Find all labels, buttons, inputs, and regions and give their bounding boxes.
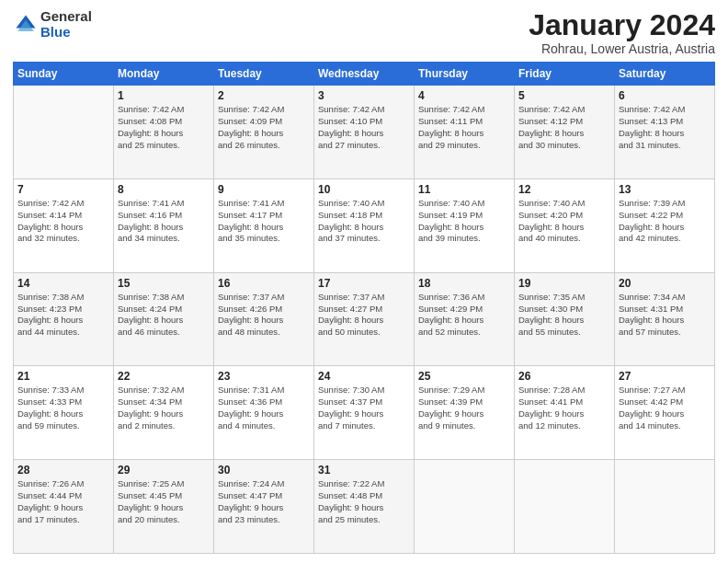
logo-blue: Blue: [40, 25, 92, 40]
week-row-2: 14Sunrise: 7:38 AM Sunset: 4:23 PM Dayli…: [14, 272, 715, 366]
month-title: January 2024: [529, 9, 715, 41]
day-info: Sunrise: 7:31 AM Sunset: 4:36 PM Dayligh…: [218, 385, 310, 431]
day-number: 21: [17, 370, 109, 383]
weekday-sunday: Sunday: [14, 63, 114, 86]
calendar-cell: 21Sunrise: 7:33 AM Sunset: 4:33 PM Dayli…: [14, 366, 114, 460]
day-number: 30: [218, 464, 310, 477]
day-info: Sunrise: 7:38 AM Sunset: 4:23 PM Dayligh…: [17, 292, 109, 339]
calendar-cell: [415, 460, 515, 554]
day-number: 13: [619, 183, 711, 196]
day-info: Sunrise: 7:37 AM Sunset: 4:26 PM Dayligh…: [218, 292, 310, 339]
day-info: Sunrise: 7:40 AM Sunset: 4:19 PM Dayligh…: [418, 198, 510, 245]
weekday-header-row: SundayMondayTuesdayWednesdayThursdayFrid…: [14, 63, 715, 86]
day-info: Sunrise: 7:42 AM Sunset: 4:10 PM Dayligh…: [318, 104, 410, 151]
day-info: Sunrise: 7:35 AM Sunset: 4:30 PM Dayligh…: [518, 292, 610, 339]
day-info: Sunrise: 7:25 AM Sunset: 4:45 PM Dayligh…: [118, 478, 210, 525]
day-number: 15: [118, 277, 210, 290]
day-info: Sunrise: 7:24 AM Sunset: 4:47 PM Dayligh…: [218, 478, 310, 525]
day-info: Sunrise: 7:32 AM Sunset: 4:34 PM Dayligh…: [118, 385, 210, 431]
day-number: 7: [17, 183, 109, 196]
day-number: 4: [418, 89, 510, 102]
day-info: Sunrise: 7:40 AM Sunset: 4:20 PM Dayligh…: [518, 198, 610, 245]
day-number: 6: [619, 89, 711, 102]
calendar-cell: 22Sunrise: 7:32 AM Sunset: 4:34 PM Dayli…: [114, 366, 214, 460]
calendar-cell: 29Sunrise: 7:25 AM Sunset: 4:45 PM Dayli…: [114, 460, 214, 554]
day-info: Sunrise: 7:42 AM Sunset: 4:13 PM Dayligh…: [619, 104, 711, 151]
logo-text: General Blue: [40, 9, 92, 40]
day-info: Sunrise: 7:36 AM Sunset: 4:29 PM Dayligh…: [418, 292, 510, 339]
day-number: 10: [318, 183, 410, 196]
calendar-cell: 6Sunrise: 7:42 AM Sunset: 4:13 PM Daylig…: [615, 86, 715, 179]
calendar-cell: 23Sunrise: 7:31 AM Sunset: 4:36 PM Dayli…: [214, 366, 314, 460]
calendar-header: SundayMondayTuesdayWednesdayThursdayFrid…: [14, 63, 715, 86]
weekday-wednesday: Wednesday: [314, 63, 415, 86]
day-info: Sunrise: 7:42 AM Sunset: 4:11 PM Dayligh…: [418, 104, 510, 151]
calendar-cell: 11Sunrise: 7:40 AM Sunset: 4:19 PM Dayli…: [415, 178, 515, 272]
day-info: Sunrise: 7:37 AM Sunset: 4:27 PM Dayligh…: [318, 292, 410, 339]
day-number: 29: [118, 464, 210, 477]
calendar-cell: 25Sunrise: 7:29 AM Sunset: 4:39 PM Dayli…: [415, 366, 515, 460]
day-info: Sunrise: 7:27 AM Sunset: 4:42 PM Dayligh…: [619, 385, 711, 431]
page: General Blue January 2024 Rohrau, Lower …: [0, 0, 728, 563]
calendar-cell: 15Sunrise: 7:38 AM Sunset: 4:24 PM Dayli…: [114, 272, 214, 366]
day-number: 23: [218, 370, 310, 383]
week-row-1: 7Sunrise: 7:42 AM Sunset: 4:14 PM Daylig…: [14, 178, 715, 272]
logo: General Blue: [13, 9, 92, 40]
day-number: 1: [118, 89, 210, 102]
calendar-cell: 18Sunrise: 7:36 AM Sunset: 4:29 PM Dayli…: [415, 272, 515, 366]
day-number: 27: [619, 370, 711, 383]
day-number: 11: [418, 183, 510, 196]
calendar-cell: 30Sunrise: 7:24 AM Sunset: 4:47 PM Dayli…: [214, 460, 314, 554]
day-info: Sunrise: 7:42 AM Sunset: 4:08 PM Dayligh…: [118, 104, 210, 151]
calendar-cell: 7Sunrise: 7:42 AM Sunset: 4:14 PM Daylig…: [14, 178, 114, 272]
day-number: 19: [518, 277, 610, 290]
calendar-cell: 17Sunrise: 7:37 AM Sunset: 4:27 PM Dayli…: [314, 272, 415, 366]
day-info: Sunrise: 7:28 AM Sunset: 4:41 PM Dayligh…: [518, 385, 610, 431]
day-info: Sunrise: 7:26 AM Sunset: 4:44 PM Dayligh…: [17, 478, 109, 525]
day-number: 25: [418, 370, 510, 383]
calendar-cell: 9Sunrise: 7:41 AM Sunset: 4:17 PM Daylig…: [214, 178, 314, 272]
week-row-4: 28Sunrise: 7:26 AM Sunset: 4:44 PM Dayli…: [14, 460, 715, 554]
calendar-cell: 31Sunrise: 7:22 AM Sunset: 4:48 PM Dayli…: [314, 460, 415, 554]
week-row-3: 21Sunrise: 7:33 AM Sunset: 4:33 PM Dayli…: [14, 366, 715, 460]
calendar-cell: 1Sunrise: 7:42 AM Sunset: 4:08 PM Daylig…: [114, 86, 214, 179]
day-info: Sunrise: 7:41 AM Sunset: 4:16 PM Dayligh…: [118, 198, 210, 245]
weekday-monday: Monday: [114, 63, 214, 86]
day-info: Sunrise: 7:38 AM Sunset: 4:24 PM Dayligh…: [118, 292, 210, 339]
day-number: 5: [518, 89, 610, 102]
calendar-cell: 8Sunrise: 7:41 AM Sunset: 4:16 PM Daylig…: [114, 178, 214, 272]
day-info: Sunrise: 7:42 AM Sunset: 4:12 PM Dayligh…: [518, 104, 610, 151]
calendar-cell: 27Sunrise: 7:27 AM Sunset: 4:42 PM Dayli…: [615, 366, 715, 460]
day-info: Sunrise: 7:22 AM Sunset: 4:48 PM Dayligh…: [318, 478, 410, 525]
calendar-cell: [14, 86, 114, 179]
logo-icon: [13, 12, 39, 38]
day-number: 16: [218, 277, 310, 290]
day-number: 18: [418, 277, 510, 290]
header: General Blue January 2024 Rohrau, Lower …: [13, 9, 715, 56]
day-info: Sunrise: 7:33 AM Sunset: 4:33 PM Dayligh…: [17, 385, 109, 431]
day-info: Sunrise: 7:29 AM Sunset: 4:39 PM Dayligh…: [418, 385, 510, 431]
calendar-body: 1Sunrise: 7:42 AM Sunset: 4:08 PM Daylig…: [14, 86, 715, 554]
calendar-cell: 2Sunrise: 7:42 AM Sunset: 4:09 PM Daylig…: [214, 86, 314, 179]
calendar-cell: 13Sunrise: 7:39 AM Sunset: 4:22 PM Dayli…: [615, 178, 715, 272]
day-info: Sunrise: 7:30 AM Sunset: 4:37 PM Dayligh…: [318, 385, 410, 431]
calendar-cell: 10Sunrise: 7:40 AM Sunset: 4:18 PM Dayli…: [314, 178, 415, 272]
calendar-cell: 26Sunrise: 7:28 AM Sunset: 4:41 PM Dayli…: [515, 366, 615, 460]
week-row-0: 1Sunrise: 7:42 AM Sunset: 4:08 PM Daylig…: [14, 86, 715, 179]
day-info: Sunrise: 7:34 AM Sunset: 4:31 PM Dayligh…: [619, 292, 711, 339]
day-number: 20: [619, 277, 711, 290]
calendar-cell: 4Sunrise: 7:42 AM Sunset: 4:11 PM Daylig…: [415, 86, 515, 179]
calendar-cell: [515, 460, 615, 554]
calendar-cell: 16Sunrise: 7:37 AM Sunset: 4:26 PM Dayli…: [214, 272, 314, 366]
day-number: 31: [318, 464, 410, 477]
calendar-cell: [615, 460, 715, 554]
day-info: Sunrise: 7:40 AM Sunset: 4:18 PM Dayligh…: [318, 198, 410, 245]
weekday-friday: Friday: [515, 63, 615, 86]
weekday-saturday: Saturday: [615, 63, 715, 86]
day-number: 17: [318, 277, 410, 290]
calendar-table: SundayMondayTuesdayWednesdayThursdayFrid…: [13, 62, 715, 554]
day-number: 24: [318, 370, 410, 383]
weekday-tuesday: Tuesday: [214, 63, 314, 86]
logo-general: General: [40, 9, 92, 25]
day-info: Sunrise: 7:39 AM Sunset: 4:22 PM Dayligh…: [619, 198, 711, 245]
